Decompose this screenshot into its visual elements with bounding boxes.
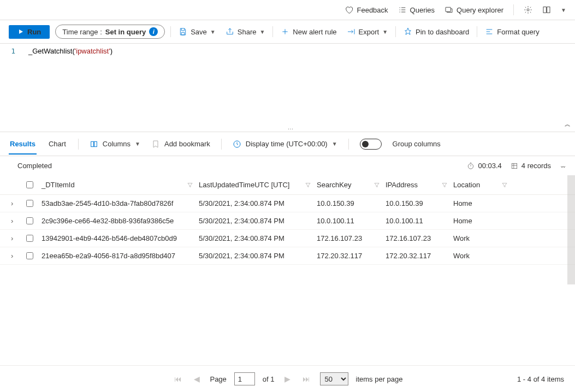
columns-label: Columns — [103, 140, 131, 148]
checkbox-header[interactable] — [26, 181, 42, 188]
filter-icon[interactable] — [501, 182, 508, 188]
next-page-button[interactable]: ▶ — [282, 375, 293, 383]
query-editor[interactable]: 1 _GetWatchlist('ipwatchlist') … ︽ — [0, 44, 575, 132]
format-button[interactable]: Format query — [483, 27, 541, 36]
elapsed-time: 00:03.4 — [467, 162, 501, 170]
clock-icon — [233, 140, 241, 149]
chevron-down-icon: ▼ — [259, 29, 265, 35]
svg-rect-8 — [512, 163, 517, 168]
settings-icon[interactable] — [524, 5, 532, 14]
cell-ip: 172.20.32.117 — [386, 252, 453, 260]
filter-icon[interactable] — [187, 182, 193, 188]
svg-rect-5 — [94, 141, 97, 146]
col-searchkey[interactable]: SearchKey — [317, 181, 386, 189]
cell-ip: 10.0.150.39 — [386, 199, 453, 207]
run-button[interactable]: Run — [9, 25, 50, 39]
record-count: 4 records — [511, 162, 551, 170]
table-icon — [511, 162, 518, 170]
table-row[interactable]: ›53adb3ae-2545-4d10-b3da-7fab80d7826f5/3… — [0, 195, 575, 212]
row-checkbox[interactable] — [26, 252, 42, 259]
elapsed-value: 00:03.4 — [478, 162, 501, 170]
table-row[interactable]: ›2c9c396e-ce66-4e32-8bb8-936fa9386c5e5/3… — [0, 212, 575, 230]
format-icon — [485, 27, 494, 36]
command-bar: Run Time range : Set in query i Save ▼ S… — [0, 20, 575, 44]
cell-time: 5/30/2021, 2:34:00.874 PM — [199, 252, 317, 260]
chevron-down-icon[interactable]: ▼ — [561, 7, 566, 13]
alert-label: New alert rule — [293, 28, 336, 36]
export-button[interactable]: Export ▼ — [345, 27, 390, 36]
list-icon — [398, 5, 407, 14]
last-page-button[interactable]: ⏭ — [300, 375, 312, 383]
row-checkbox[interactable] — [26, 217, 42, 224]
resize-handle[interactable]: … — [288, 124, 295, 130]
expand-row-icon[interactable]: › — [11, 199, 26, 207]
chevron-double-down-icon[interactable]: ⌄⌄ — [560, 163, 564, 169]
cell-dtitemid: 13942901-e4b9-4426-b546-deb4807cb0d9 — [42, 234, 199, 242]
expand-row-icon[interactable]: › — [11, 217, 26, 225]
pager-summary: 1 - 4 of 4 items — [517, 375, 564, 383]
separator — [221, 139, 222, 150]
page-input[interactable] — [234, 372, 255, 385]
tab-results[interactable]: Results — [9, 133, 37, 155]
save-button[interactable]: Save ▼ — [176, 27, 218, 36]
filter-icon[interactable] — [441, 182, 448, 188]
explorer-icon — [444, 5, 453, 14]
separator — [272, 26, 273, 37]
heart-icon — [345, 5, 353, 14]
queries-link[interactable]: Queries — [398, 5, 435, 14]
cell-time: 5/30/2021, 2:34:00.874 PM — [199, 217, 317, 225]
queries-label: Queries — [410, 6, 435, 14]
svg-rect-4 — [91, 141, 93, 146]
columns-button[interactable]: Columns ▼ — [90, 140, 140, 149]
separator — [348, 139, 349, 150]
top-toolbar: Feedback Queries Query explorer ▼ — [0, 0, 575, 20]
cell-searchkey: 172.16.107.23 — [317, 234, 386, 242]
items-per-page-label: items per page — [356, 375, 403, 383]
time-range-pill[interactable]: Time range : Set in query i — [55, 25, 165, 39]
first-page-button[interactable]: ⏮ — [172, 375, 184, 383]
expand-row-icon[interactable]: › — [11, 252, 26, 260]
filter-icon[interactable] — [305, 182, 311, 188]
display-time-button[interactable]: Display time (UTC+00:00) ▼ — [233, 140, 337, 149]
table-row[interactable]: ›13942901-e4b9-4426-b546-deb4807cb0d95/3… — [0, 230, 575, 247]
tab-chart[interactable]: Chart — [48, 133, 67, 155]
pin-button[interactable]: Pin to dashboard — [401, 27, 471, 36]
svg-rect-0 — [446, 7, 450, 11]
query-explorer-link[interactable]: Query explorer — [444, 5, 503, 14]
cell-dtitemid: 21eea65b-e2a9-4056-817d-a8d95f8bd407 — [42, 252, 199, 260]
filter-icon[interactable] — [374, 182, 380, 188]
page-size-select[interactable]: 50 — [320, 372, 348, 385]
scrollbar[interactable] — [567, 175, 575, 284]
col-dtitemid[interactable]: _DTItemId — [42, 181, 199, 189]
share-label: Share — [238, 28, 257, 36]
export-label: Export — [359, 28, 380, 36]
row-checkbox[interactable] — [26, 200, 42, 207]
chevron-down-icon: ▼ — [332, 141, 337, 147]
share-button[interactable]: Share ▼ — [223, 27, 268, 36]
cell-ip: 10.0.100.11 — [386, 217, 453, 225]
cell-time: 5/30/2021, 2:34:00.874 PM — [199, 234, 317, 242]
collapse-icon[interactable]: ︽ — [565, 120, 571, 128]
table-row[interactable]: ›21eea65b-e2a9-4056-817d-a8d95f8bd4075/3… — [0, 247, 575, 265]
new-alert-button[interactable]: New alert rule — [278, 27, 339, 36]
group-columns-toggle[interactable] — [360, 139, 382, 150]
columns-icon — [90, 140, 98, 149]
separator — [513, 4, 514, 15]
prev-page-button[interactable]: ◀ — [192, 375, 202, 383]
cell-searchkey: 10.0.150.39 — [317, 199, 386, 207]
svg-rect-3 — [547, 7, 550, 13]
expand-row-icon[interactable]: › — [11, 234, 26, 242]
code-close: ) — [110, 47, 112, 55]
row-checkbox[interactable] — [26, 235, 42, 242]
info-icon: i — [149, 27, 158, 36]
col-ipaddress[interactable]: IPAddress — [386, 181, 453, 189]
col-lastupdated[interactable]: LastUpdatedTimeUTC [UTC] — [199, 181, 317, 189]
separator — [170, 26, 171, 37]
cell-dtitemid: 53adb3ae-2545-4d10-b3da-7fab80d7826f — [42, 199, 199, 207]
feedback-link[interactable]: Feedback — [345, 5, 388, 14]
group-columns-label: Group columns — [393, 140, 441, 148]
code-line: _GetWatchlist('ipwatchlist') — [0, 44, 575, 58]
panels-icon[interactable] — [542, 5, 551, 14]
col-location[interactable]: Location — [453, 181, 513, 189]
separator — [395, 26, 396, 37]
